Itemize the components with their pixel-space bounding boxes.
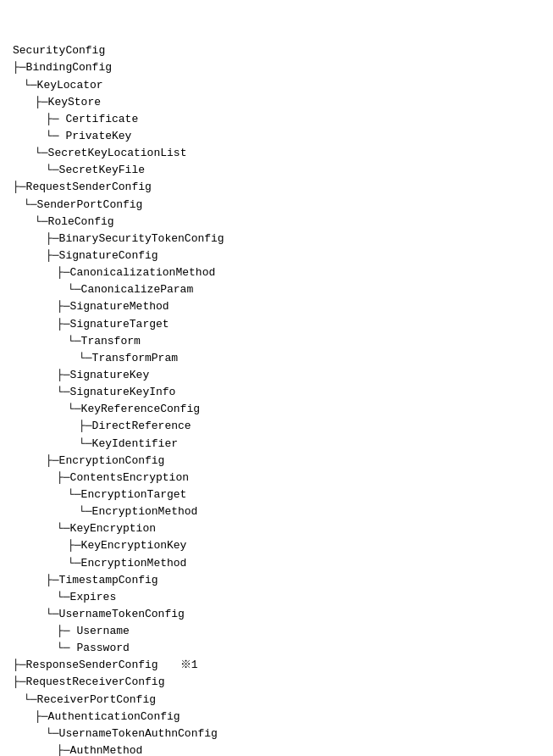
tree-line: └─UsernameTokenAuthnConfig bbox=[13, 725, 540, 742]
tree-line: └─UsernameTokenConfig bbox=[13, 606, 540, 623]
tree-line: ├─ Certificate bbox=[13, 111, 540, 128]
tree-line: └─Expires bbox=[13, 589, 540, 606]
tree-line: └─SecretKeyFile bbox=[13, 162, 540, 179]
tree-line: └─TransformPram bbox=[13, 350, 540, 367]
tree-line: └─ReceiverPortConfig bbox=[13, 692, 540, 709]
tree-line: ├─SignatureTarget bbox=[13, 316, 540, 333]
tree-line: └─RoleConfig bbox=[13, 214, 540, 231]
tree-line: └─EncryptionMethod bbox=[13, 555, 540, 572]
tree-line: └─EncryptionTarget bbox=[13, 486, 540, 503]
tree-line: ├─SignatureKey bbox=[13, 367, 540, 384]
tree-line: └─KeyIdentifier bbox=[13, 436, 540, 453]
tree-line: └─SecretKeyLocationList bbox=[13, 145, 540, 162]
tree-line: ├─SignatureConfig bbox=[13, 247, 540, 264]
tree-line: └─KeyReferenceConfig bbox=[13, 401, 540, 418]
tree-line: ├─AuthenticationConfig bbox=[13, 709, 540, 725]
tree-line: ├─ContentsEncryption bbox=[13, 470, 540, 486]
tree-line: ├─ Username bbox=[13, 623, 540, 640]
tree-line: ├─AuthnMethod bbox=[13, 742, 540, 756]
tree-line: ├─KeyStore bbox=[13, 94, 540, 111]
tree-line: └─Transform bbox=[13, 333, 540, 350]
tree-line: ├─BinarySecurityTokenConfig bbox=[13, 231, 540, 247]
tree-line: ├─KeyEncryptionKey bbox=[13, 537, 540, 554]
tree-line: SecurityConfig bbox=[13, 42, 540, 59]
tree-line: ├─BindingConfig bbox=[13, 59, 540, 76]
tree-line: ├─SignatureMethod bbox=[13, 298, 540, 315]
tree-line: └─EncryptionMethod bbox=[13, 503, 540, 520]
tree-line: ├─DirectReference bbox=[13, 418, 540, 435]
tree-line: └─ Password bbox=[13, 640, 540, 657]
tree-line: ├─EncryptionConfig bbox=[13, 453, 540, 470]
tree-line: └─ PrivateKey bbox=[13, 128, 540, 145]
tree-line: ├─ResponseSenderConfig ※1 bbox=[13, 657, 540, 674]
tree-line: ├─RequestSenderConfig bbox=[13, 179, 540, 196]
tree-line: └─SenderPortConfig bbox=[13, 197, 540, 214]
tree-diagram: SecurityConfig├─BindingConfig └─KeyLocat… bbox=[13, 8, 540, 756]
tree-line: └─SignatureKeyInfo bbox=[13, 384, 540, 401]
tree-line: └─KeyEncryption bbox=[13, 520, 540, 537]
tree-line: ├─TimestampConfig bbox=[13, 572, 540, 589]
tree-line: ├─CanonicalizationMethod bbox=[13, 264, 540, 281]
tree-line: ├─RequestReceiverConfig bbox=[13, 674, 540, 691]
tree-line: └─CanonicalizeParam bbox=[13, 281, 540, 298]
tree-line: └─KeyLocator bbox=[13, 77, 540, 94]
